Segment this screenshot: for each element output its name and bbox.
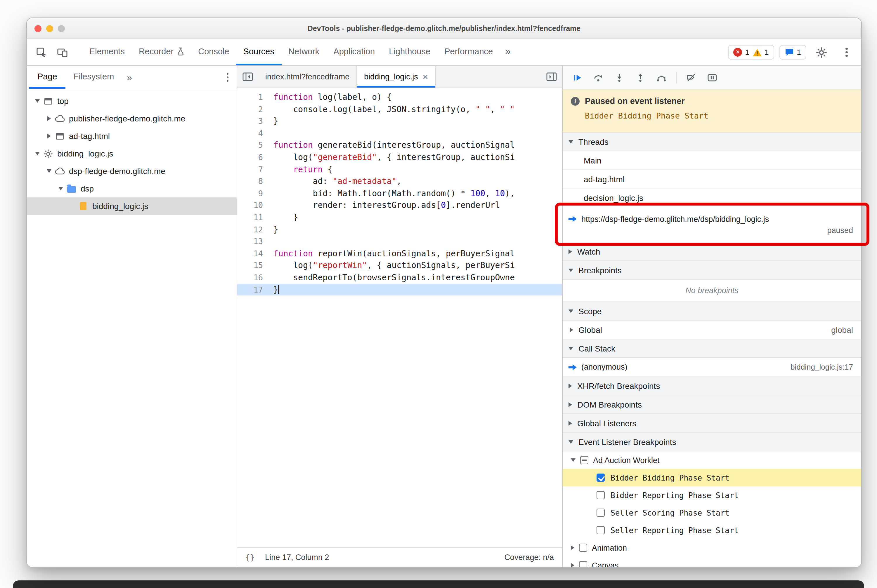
elb-bidder-bidding-phase-start[interactable]: Bidder Bidding Phase Start (563, 469, 861, 486)
code-line[interactable]: 15 log("reportWin", { auctionSignals, pe… (237, 260, 562, 272)
close-tab-icon[interactable]: × (423, 72, 428, 81)
line-number[interactable]: 5 (237, 139, 274, 151)
resume-button[interactable] (569, 69, 586, 86)
zoom-window-button[interactable] (58, 25, 65, 32)
checkbox-canvas[interactable] (579, 561, 587, 567)
line-number[interactable]: 14 (237, 247, 274, 259)
line-number[interactable]: 13 (237, 236, 274, 247)
thread-decision-logic[interactable]: decision_logic.js (563, 189, 861, 207)
deactivate-breakpoints-button[interactable] (683, 69, 700, 86)
code-line[interactable]: 11 } (237, 212, 562, 224)
code-line[interactable]: 9 bid: Math.floor(Math.random() * 100, 1… (237, 188, 562, 200)
line-number[interactable]: 17 (237, 284, 274, 296)
call-stack-section-header[interactable]: Call Stack (563, 339, 861, 358)
code-line[interactable]: 1function log(label, o) { (237, 91, 562, 103)
editor-tab-bidding-logic[interactable]: bidding_logic.js × (357, 66, 436, 88)
code-editor[interactable]: 1function log(label, o) {2 console.log(l… (237, 88, 562, 547)
tab-application[interactable]: Application (326, 39, 382, 65)
line-number[interactable]: 4 (237, 127, 274, 139)
elb-group-ad-auction-worklet[interactable]: Ad Auction Worklet (563, 452, 861, 469)
pretty-print-button[interactable]: {} (245, 553, 254, 562)
tab-page[interactable]: Page (29, 66, 65, 89)
code-line[interactable]: 3} (237, 115, 562, 127)
collapse-triangle-icon[interactable] (33, 152, 42, 155)
navigator-menu-button[interactable] (221, 66, 234, 89)
checkbox-seller-reporting-phase-start[interactable] (597, 526, 605, 534)
step-into-button[interactable] (611, 69, 628, 86)
expand-triangle-icon[interactable] (44, 116, 54, 121)
collapse-triangle-icon[interactable] (33, 99, 42, 103)
line-number[interactable]: 6 (237, 151, 274, 163)
elb-group-canvas[interactable]: Canvas (563, 556, 861, 567)
scope-section-header[interactable]: Scope (563, 302, 861, 321)
call-stack-frame[interactable]: (anonymous) bidding_logic.js:17 (563, 358, 861, 376)
more-tabs-button[interactable]: » (500, 39, 516, 65)
global-listeners-section-header[interactable]: Global Listeners (563, 414, 861, 433)
event-listener-breakpoints-section-header[interactable]: Event Listener Breakpoints (563, 433, 861, 452)
tab-lighthouse[interactable]: Lighthouse (382, 39, 437, 65)
code-line[interactable]: 4 (237, 127, 562, 139)
xhr-breakpoints-section-header[interactable]: XHR/fetch Breakpoints (563, 376, 861, 395)
navigator-toggle-button[interactable] (237, 66, 258, 88)
breakpoints-section-header[interactable]: Breakpoints (563, 261, 861, 280)
elb-bidder-reporting-phase-start[interactable]: Bidder Reporting Phase Start (563, 486, 861, 504)
code-line[interactable]: 2 console.log(label, JSON.stringify(o, "… (237, 103, 562, 115)
more-navigator-tabs-button[interactable]: » (122, 66, 137, 89)
tab-network[interactable]: Network (281, 39, 326, 65)
line-number[interactable]: 11 (237, 212, 274, 224)
code-line[interactable]: 13 (237, 236, 562, 247)
tab-performance[interactable]: Performance (437, 39, 500, 65)
code-line[interactable]: 8 ad: "ad-metadata", (237, 175, 562, 187)
settings-button[interactable] (812, 43, 832, 62)
code-line[interactable]: 16 sendReportTo(browserSignals.interestG… (237, 272, 562, 284)
checkbox-bidder-bidding-phase-start[interactable] (597, 474, 605, 482)
inspect-element-button[interactable] (32, 43, 51, 62)
checkbox-animation[interactable] (579, 544, 587, 552)
code-line[interactable]: 12} (237, 224, 562, 236)
checkbox-seller-scoring-phase-start[interactable] (597, 508, 605, 517)
tree-item-dsp-fledge-demo[interactable]: dsp-fledge-demo.glitch.me (27, 162, 237, 180)
line-number[interactable]: 16 (237, 272, 274, 284)
line-number[interactable]: 15 (237, 260, 274, 272)
tree-item-bidding-logic-file[interactable]: bidding_logic.js (27, 197, 237, 215)
line-number[interactable]: 10 (237, 200, 274, 212)
minimize-window-button[interactable] (46, 25, 53, 32)
device-toolbar-button[interactable] (53, 43, 72, 62)
line-number[interactable]: 3 (237, 115, 274, 127)
code-line[interactable]: 6 log("generateBid", { interestGroup, au… (237, 151, 562, 163)
errors-warnings-badge[interactable]: 1 1 (728, 45, 774, 60)
tab-recorder[interactable]: Recorder (132, 39, 191, 65)
tab-elements[interactable]: Elements (83, 39, 132, 65)
step-over-button[interactable] (590, 69, 607, 86)
elb-seller-scoring-phase-start[interactable]: Seller Scoring Phase Start (563, 504, 861, 521)
close-window-button[interactable] (35, 25, 42, 32)
checkbox-ad-auction-worklet[interactable] (580, 456, 588, 464)
code-line[interactable]: 10 render: interestGroup.ads[0].renderUr… (237, 200, 562, 212)
thread-bidding-logic-paused[interactable]: https://dsp-fledge-demo.glitch.me/dsp/bi… (563, 207, 861, 242)
debugger-toggle-button[interactable] (541, 66, 562, 88)
pause-on-exceptions-button[interactable] (704, 69, 721, 86)
threads-section-header[interactable]: Threads (563, 132, 861, 151)
tree-item-ad-tag-html[interactable]: ad-tag.html (27, 127, 237, 145)
line-number[interactable]: 8 (237, 175, 274, 187)
line-number[interactable]: 1 (237, 91, 274, 103)
issues-badge[interactable]: 1 (779, 45, 806, 60)
tree-item-bidding-logic-worklet[interactable]: bidding_logic.js (27, 145, 237, 162)
step-button[interactable] (653, 69, 670, 86)
collapse-triangle-icon[interactable] (56, 187, 65, 190)
line-number[interactable]: 9 (237, 188, 274, 200)
code-line[interactable]: 7 return { (237, 163, 562, 175)
scope-global-row[interactable]: Global global (563, 321, 861, 339)
code-line[interactable]: 14function reportWin(auctionSignals, per… (237, 247, 562, 259)
tree-item-dsp-folder[interactable]: dsp (27, 180, 237, 197)
watch-section-header[interactable]: Watch (563, 242, 861, 261)
code-line[interactable]: 17} (237, 284, 562, 296)
more-options-button[interactable] (837, 43, 857, 62)
elb-group-animation[interactable]: Animation (563, 539, 861, 556)
dom-breakpoints-section-header[interactable]: DOM Breakpoints (563, 395, 861, 414)
thread-ad-tag[interactable]: ad-tag.html (563, 170, 861, 189)
tab-sources[interactable]: Sources (236, 39, 281, 65)
tab-filesystem[interactable]: Filesystem (65, 66, 122, 89)
step-out-button[interactable] (632, 69, 649, 86)
expand-triangle-icon[interactable] (44, 134, 54, 138)
